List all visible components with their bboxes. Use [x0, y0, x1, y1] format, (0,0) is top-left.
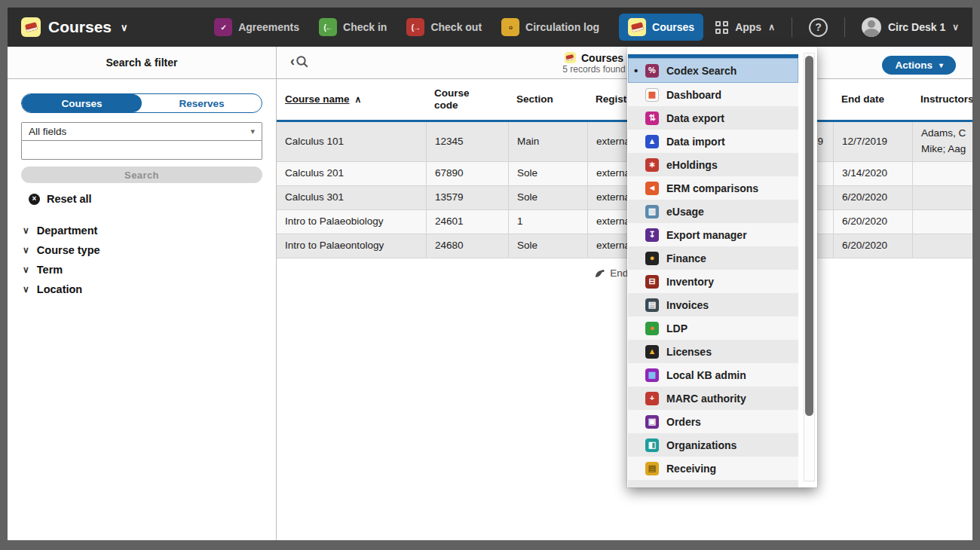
collapse-left-icon: ‹ — [290, 53, 295, 69]
nav-item-label: Circulation log — [525, 21, 599, 33]
cell-code: 24601 — [426, 210, 508, 234]
search-type-tabs: Courses Reserves — [21, 93, 262, 113]
cell-section: 1 — [508, 210, 587, 234]
nav-item-check-out[interactable]: (→Check out — [406, 18, 482, 36]
cell-instructor: Adams, CMike; Aag — [912, 122, 972, 161]
nav-item-check-in[interactable]: (←Check in — [319, 18, 387, 36]
apps-menu-item-label: Data export — [666, 112, 724, 124]
filter-department[interactable]: ∨Department — [21, 223, 99, 238]
apps-menu-item-licenses[interactable]: ▲Licenses — [628, 340, 798, 363]
apps-menu-item-label: Finance — [666, 252, 706, 264]
apps-menu-item-dashboard[interactable]: ▦Dashboard — [628, 83, 798, 106]
apps-menu-item-local-kb-admin[interactable]: ▦Local KB admin — [628, 363, 798, 387]
organizations-icon: ◧ — [645, 438, 659, 452]
nav-item-circulation-log[interactable]: ‹›Circulation log — [501, 18, 599, 36]
search-input[interactable] — [21, 141, 262, 160]
local-kb-admin-icon: ▦ — [645, 368, 659, 382]
apps-menu-item-label: Receiving — [666, 463, 716, 475]
eholdings-icon: ∗ — [645, 158, 659, 172]
tab-reserves[interactable]: Reserves — [142, 94, 262, 112]
apps-menu-item-marc-authority[interactable]: +MARC authority — [628, 387, 798, 410]
apps-menu-item-eusage[interactable]: ▥eUsage — [628, 200, 798, 223]
cell-end: 3/14/2020 — [833, 162, 912, 185]
cell-code: 24680 — [426, 234, 508, 258]
apps-menu-item-inventory[interactable]: ⊟Inventory — [628, 270, 798, 293]
apps-menu-item-data-import[interactable]: ▲Data import — [628, 130, 798, 153]
apps-menu-scrollbar[interactable] — [804, 53, 815, 481]
column-header-course-code[interactable]: Course code — [426, 79, 508, 120]
app-brand[interactable]: Courses ∨ — [8, 17, 128, 37]
nav-item-courses[interactable]: Courses — [619, 14, 703, 41]
user-menu[interactable]: Circ Desk 1 ∨ — [862, 17, 959, 37]
filter-location[interactable]: ∨Location — [21, 282, 84, 297]
table-row[interactable]: Intro to Palaeobiology246011external6/20… — [277, 210, 972, 234]
cell-line: Sole — [517, 166, 537, 182]
column-header-label: Course name — [285, 93, 350, 105]
apps-menu-item-receiving[interactable]: ▤Receiving — [628, 457, 798, 480]
inventory-icon: ⊟ — [645, 275, 659, 289]
cell-line: 13579 — [435, 190, 464, 206]
cell-line: 12/7/2019 — [842, 134, 887, 150]
filter-label: Term — [37, 264, 63, 276]
cell-code: 13579 — [426, 186, 508, 209]
chevron-down-icon: ∨ — [23, 225, 29, 236]
apps-menu-item-label: Orders — [666, 416, 701, 428]
collapse-search-pane-button[interactable]: ‹ — [290, 53, 308, 69]
avatar — [862, 17, 881, 37]
reset-all-button[interactable]: × Reset all — [21, 193, 92, 205]
search-icon — [296, 55, 308, 68]
search-field-select[interactable]: All fields ▾ — [21, 122, 262, 141]
apps-menu-item-data-export[interactable]: ⇅Data export — [628, 106, 798, 130]
help-button[interactable]: ? — [809, 18, 828, 37]
cell-line: Mike; Aag — [921, 142, 966, 157]
filter-course-type[interactable]: ∨Course type — [21, 243, 102, 258]
cell-code: 67890 — [426, 162, 508, 185]
table-row[interactable]: Calculus 20167890Soleexternal3/14/2020 — [277, 162, 972, 186]
apps-menu-item-organizations[interactable]: ◧Organizations — [628, 433, 798, 457]
apps-menu-item-export-manager[interactable]: ↧Export manager — [628, 223, 798, 246]
filter-term[interactable]: ∨Term — [21, 262, 64, 277]
search-button[interactable]: Search — [21, 167, 262, 183]
table-row[interactable]: Intro to Palaeontology24680Soleexternal6… — [277, 234, 972, 258]
column-header-section[interactable]: Section — [508, 79, 587, 120]
apps-label: Apps — [735, 21, 761, 33]
actions-button[interactable]: Actions ▾ — [882, 56, 956, 75]
apps-menu-list: •%Codex Search▦Dashboard⇅Data export▲Dat… — [628, 54, 798, 487]
apps-menu-item-label: Invoices — [666, 299, 709, 311]
chevron-down-icon: ∨ — [952, 22, 959, 32]
nav-item-agreements[interactable]: ✓Agreements — [214, 18, 299, 36]
column-header-label: Section — [516, 93, 553, 105]
apps-menu-trigger[interactable]: Apps ∧ — [715, 21, 775, 34]
sidebar-pane-title: Search & filter — [106, 57, 178, 69]
cell-end: 6/20/2020 — [833, 210, 912, 234]
cell-line: 12345 — [435, 134, 464, 150]
tab-courses[interactable]: Courses — [22, 94, 142, 112]
cell-line: 1 — [517, 214, 523, 230]
table-row[interactable]: Calculus 10112345Mainexternal912/7/2019A… — [277, 122, 972, 162]
help-icon: ? — [815, 21, 822, 33]
end-of-list-marker: End of list — [277, 267, 972, 279]
column-header-end-date[interactable]: End date — [833, 79, 912, 120]
apps-menu-item-partial — [628, 480, 798, 487]
apps-menu-item-codex-search[interactable]: •%Codex Search — [628, 58, 798, 83]
cell-code: 12345 — [426, 122, 508, 161]
courses-app-icon — [628, 18, 646, 36]
apps-menu-item-label: Codex Search — [666, 65, 737, 77]
apps-menu-item-orders[interactable]: ▣Orders — [628, 410, 798, 433]
apps-menu-item-ldp[interactable]: ●LDP — [628, 316, 798, 340]
apps-menu-item-eholdings[interactable]: ∗eHoldings — [628, 153, 798, 176]
cell-section: Sole — [508, 234, 587, 258]
scrollbar-thumb[interactable] — [805, 56, 813, 416]
cell-line: Main — [517, 134, 539, 150]
apps-menu-item-finance[interactable]: ●Finance — [628, 246, 798, 270]
column-header-instructors[interactable]: Instructors — [912, 79, 972, 120]
apps-menu-item-erm-comparisons[interactable]: ◄ERM comparisons — [628, 176, 798, 200]
search-filter-pane: Search & filter Courses Reserves All fie… — [8, 47, 277, 540]
column-header-course-name[interactable]: Course name∧ — [277, 79, 426, 120]
apps-menu-item-invoices[interactable]: ▤Invoices — [628, 293, 798, 316]
check-out-icon: (→ — [406, 18, 424, 36]
cell-line: Intro to Palaeobiology — [285, 214, 384, 230]
search-field-value: All fields — [29, 126, 66, 137]
table-row[interactable]: Calculus 30113579Soleexternal6/20/2020 — [277, 186, 972, 210]
apps-menu-item-label: eHoldings — [666, 159, 718, 171]
